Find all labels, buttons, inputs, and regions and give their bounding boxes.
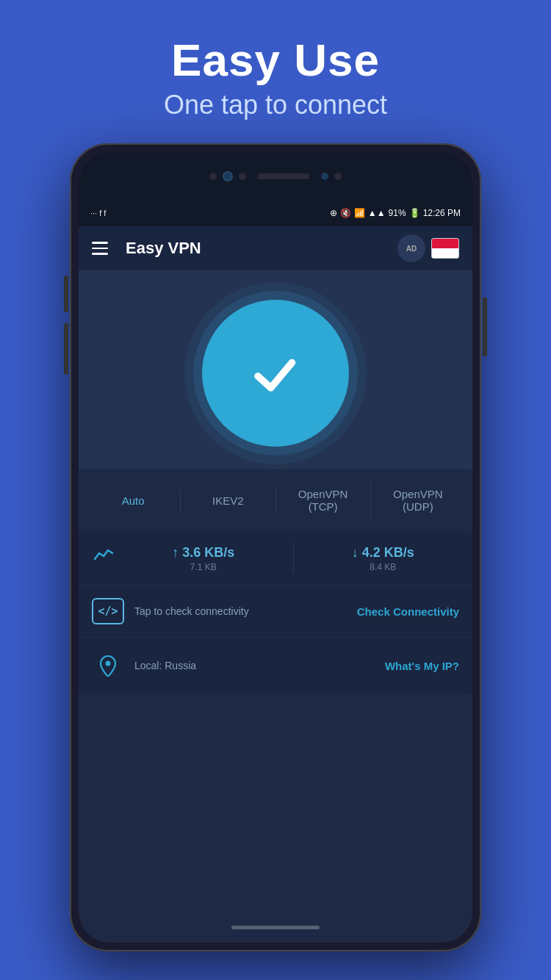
speaker-grille	[258, 173, 309, 179]
app-title: Easy VPN	[126, 239, 386, 258]
svg-point-0	[106, 661, 111, 666]
protocol-tabs: Auto IKEV2 OpenVPN(TCP) OpenVPN(UDP)	[79, 469, 472, 532]
signal-icon: ▲▲	[368, 208, 386, 218]
whats-my-ip-button[interactable]: What's My IP?	[385, 660, 459, 672]
location-pin-icon	[92, 649, 124, 682]
location-icon: ⊕	[330, 208, 337, 218]
vol-down-button	[64, 323, 68, 375]
tab-auto[interactable]: Auto	[86, 489, 181, 513]
front-sensor	[209, 173, 217, 180]
front-camera	[223, 171, 233, 181]
checkmark-icon	[246, 344, 305, 403]
sensor-dot	[239, 173, 246, 180]
background: Easy Use One tap to connect	[0, 0, 551, 980]
tab-openvpn-tcp-label: OpenVPN(TCP)	[298, 488, 348, 513]
app-bar-actions: AD	[397, 234, 459, 262]
ad-icon[interactable]: AD	[397, 234, 425, 262]
home-indicator	[231, 926, 320, 929]
hero-section: Easy Use One tap to connect	[0, 0, 551, 143]
notch-area	[79, 152, 472, 200]
menu-button[interactable]	[92, 242, 108, 255]
tab-ikev2-label: IKEV2	[212, 494, 244, 507]
phone-body: ··· f f ⊕ 🔇 📶 ▲▲ 91% 🔋 12:26 PM	[70, 143, 481, 951]
notch-contents	[209, 171, 342, 181]
status-bar: ··· f f ⊕ 🔇 📶 ▲▲ 91% 🔋 12:26 PM	[79, 200, 472, 226]
phone-mockup: ··· f f ⊕ 🔇 📶 ▲▲ 91% 🔋 12:26 PM	[70, 143, 481, 951]
status-left: ··· f f	[90, 209, 106, 217]
upload-total: 7.1 KB	[129, 562, 278, 572]
upload-speed: ↑ 3.6 KB/s	[129, 545, 278, 561]
tab-openvpn-udp-label: OpenVPN(UDP)	[393, 488, 443, 513]
battery-text: 91%	[389, 208, 406, 218]
stats-row: ↑ 3.6 KB/s 7.1 KB ↓ 4.2 KB/s 8.4 KB	[79, 532, 472, 585]
mute-icon: 🔇	[340, 208, 351, 218]
earpiece	[321, 173, 328, 180]
sensor-dot2	[334, 173, 342, 180]
location-text: Local: Russia	[134, 660, 375, 671]
check-connectivity-button[interactable]: Check Connectivity	[357, 605, 459, 618]
upload-stat: ↑ 3.6 KB/s 7.1 KB	[129, 545, 278, 572]
download-stat: ↓ 4.2 KB/s 8.4 KB	[309, 545, 458, 572]
stats-divider	[293, 544, 294, 573]
power-button	[483, 298, 487, 356]
battery-icon: 🔋	[409, 208, 420, 218]
connectivity-row: </> Tap to check connectivity Check Conn…	[79, 586, 472, 636]
time-display: 12:26 PM	[423, 208, 461, 218]
connectivity-prompt: Tap to check connectivity	[134, 605, 347, 617]
download-total: 8.4 KB	[309, 562, 458, 572]
tab-openvpn-tcp[interactable]: OpenVPN(TCP)	[276, 482, 371, 519]
status-apps: ··· f f	[90, 209, 106, 217]
app-bar: Easy VPN AD	[79, 226, 472, 270]
tab-openvpn-udp[interactable]: OpenVPN(UDP)	[371, 482, 465, 519]
wifi-icon: 📶	[354, 208, 365, 218]
vol-up-button	[64, 275, 68, 312]
code-icon: </>	[92, 598, 124, 624]
tab-auto-label: Auto	[122, 494, 145, 507]
connect-button[interactable]	[202, 300, 349, 447]
ip-row: Local: Russia What's My IP?	[79, 638, 472, 693]
connect-section	[79, 270, 472, 469]
hero-title: Easy Use	[0, 35, 551, 85]
hero-subtitle: One tap to connect	[0, 90, 551, 120]
tab-ikev2[interactable]: IKEV2	[181, 489, 276, 513]
download-speed: ↓ 4.2 KB/s	[309, 545, 458, 561]
phone-screen: ··· f f ⊕ 🔇 📶 ▲▲ 91% 🔋 12:26 PM	[79, 152, 472, 943]
status-right: ⊕ 🔇 📶 ▲▲ 91% 🔋 12:26 PM	[330, 208, 461, 218]
flag-singapore[interactable]	[431, 238, 459, 259]
stats-icon	[93, 546, 114, 571]
